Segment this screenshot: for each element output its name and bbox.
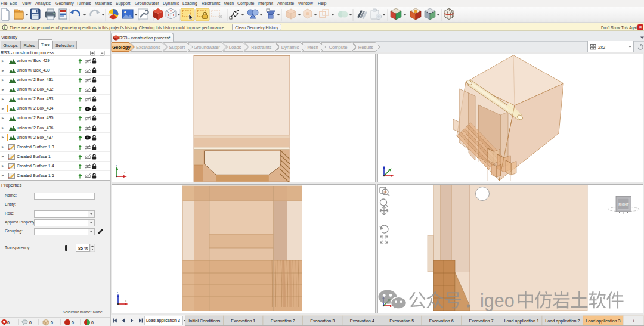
svg-text:Support: Support [169,45,185,50]
svg-text:Excavation 7: Excavation 7 [469,318,493,324]
svg-text:Load application 3: Load application 3 [146,318,180,323]
svg-text:x: x [124,171,125,174]
svg-text:z: z [116,164,117,167]
svg-text:0: 0 [91,321,94,325]
svg-text:Load application 3: Load application 3 [586,318,620,324]
svg-text:Excavation 3: Excavation 3 [310,318,335,324]
svg-text:Excavation 2: Excavation 2 [271,318,295,324]
svg-text:Geology: Geology [112,45,131,50]
svg-text:Excavations: Excavations [136,45,160,50]
svg-text:Mesh: Mesh [307,45,318,50]
svg-text:+: + [632,318,634,324]
svg-text:Load application 1: Load application 1 [504,318,539,324]
svg-text:Dynamic: Dynamic [281,45,299,50]
svg-text:z: z [117,291,118,294]
svg-text:Compute: Compute [329,45,348,50]
svg-text:Loads: Loads [229,45,242,50]
svg-text:0: 0 [51,321,53,325]
svg-text:0: 0 [72,321,74,325]
svg-text:Excavation 4: Excavation 4 [350,318,374,324]
svg-text:Excavation 1: Excavation 1 [231,318,255,324]
svg-text:Initial Conditions: Initial Conditions [188,318,220,324]
svg-text:Restraints: Restraints [251,45,271,50]
svg-text:0: 0 [29,321,32,325]
svg-text:igeo: igeo [480,290,515,311]
svg-text:Load application 2: Load application 2 [545,318,580,324]
svg-text:Excavation 5: Excavation 5 [389,318,414,324]
svg-text:Results: Results [358,45,374,50]
svg-text:Groundwater: Groundwater [194,45,220,50]
svg-text:Excavation 6: Excavation 6 [429,318,454,324]
svg-text:x: x [125,299,126,302]
svg-text:0: 0 [7,321,10,325]
svg-text:RIGHT: RIGHT [618,203,629,206]
